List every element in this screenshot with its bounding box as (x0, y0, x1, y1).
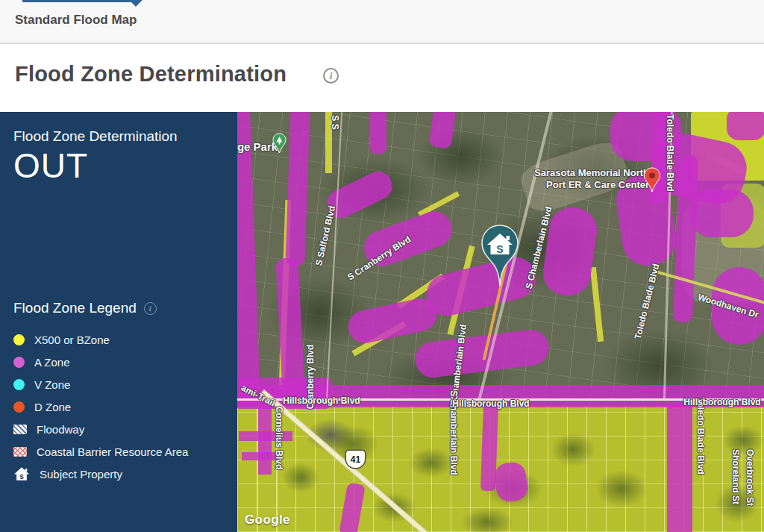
street-label-hillsborough-2: Hillsborough Blvd (452, 398, 529, 409)
street-label-cornelius: Cornelius Blvd (274, 407, 284, 470)
info-icon[interactable]: i (323, 68, 339, 84)
legend-item-a-zone: A Zone (13, 351, 224, 373)
flood-zone-legend: X500 or BZone A Zone V Zone D Zone Flood… (13, 328, 224, 485)
a-zone-dot (13, 357, 25, 368)
subject-pin-glyph: S (496, 243, 503, 255)
x500-zone-dot (13, 334, 25, 345)
v-zone-dot (13, 379, 25, 390)
hospital-label: Sarasota Memorial North Port ER & Care C… (530, 167, 649, 192)
title-band: Flood Zone Determination i (0, 44, 764, 112)
a-zone-overlay (727, 112, 764, 140)
page-title: Flood Zone Determination (15, 62, 286, 87)
hospital-label-line1: Sarasota Memorial North (530, 167, 649, 179)
street-label-overbrook: Overbrook St (745, 449, 755, 506)
house-dollar-icon: $ (13, 466, 30, 481)
legend-label: Subject Property (40, 468, 122, 481)
legend-label: Coastal Barrier Resource Area (37, 445, 188, 458)
legend-item-d-zone: D Zone (13, 395, 224, 418)
vegetation-patch (461, 507, 513, 532)
vegetation-patch (409, 448, 454, 478)
dollar-glyph: $ (19, 473, 23, 481)
legend-header: Flood Zone Legend i (13, 300, 224, 316)
flood-determination-panel: Flood Zone Determination OUT Flood Zone … (0, 112, 237, 532)
legend-item-floodway: Floodway (13, 418, 224, 440)
street-label-hillsborough-3: Hillsborough Blvd (683, 397, 760, 407)
d-zone-dot (13, 401, 25, 413)
breadcrumb[interactable]: Standard Flood Map (15, 13, 137, 28)
park-label: ge Park (237, 140, 278, 153)
a-zone-overlay (239, 431, 292, 441)
hospital-pin[interactable] (643, 167, 661, 195)
legend-title: Flood Zone Legend (13, 300, 137, 316)
legend-label: V Zone (34, 378, 70, 391)
legend-label: D Zone (34, 401, 71, 413)
a-zone-overlay (689, 190, 754, 237)
caret-down-icon (129, 0, 143, 7)
active-tab-underline (22, 0, 131, 2)
legend-info-icon[interactable]: i (144, 302, 157, 315)
route-41-shield: 41 (346, 451, 365, 468)
legend-item-subject-property: $ Subject Property (13, 463, 224, 485)
park-pin[interactable] (272, 133, 286, 157)
street-label-toledo-3: Toledo Blade Blvd (695, 397, 706, 475)
google-attribution[interactable]: Google (245, 513, 290, 528)
coastal-barrier-hatch-swatch (13, 447, 27, 457)
legend-label: X500 or BZone (34, 334, 110, 346)
flood-map[interactable]: ge Park S S S Salford Blvd S Cranberry B… (237, 112, 764, 532)
hospital-label-line2: Port ER & Care Center (530, 179, 649, 191)
route-41-label: 41 (351, 454, 360, 465)
subject-property-pin[interactable]: S (480, 224, 520, 291)
street-label-hillsborough-1: Hillsborough Blvd (283, 395, 360, 406)
vegetation-patch (551, 433, 595, 466)
vegetation-patch (722, 425, 764, 455)
legend-item-coastal-barrier: Coastal Barrier Resource Area (13, 440, 224, 463)
determination-label: Flood Zone Determination (13, 128, 224, 145)
determination-value: OUT (13, 148, 224, 184)
a-zone-overlay (370, 112, 386, 154)
legend-item-v-zone: V Zone (13, 373, 224, 395)
legend-item-x500: X500 or BZone (13, 328, 224, 351)
vegetation-patch (595, 470, 648, 507)
top-bar: Standard Flood Map (0, 0, 764, 44)
street-label-salford-partial: S S (330, 115, 340, 129)
legend-label: Floodway (37, 423, 84, 436)
flood-map-page: Standard Flood Map Flood Zone Determinat… (0, 0, 764, 532)
street-label-toledo-1: Toledo Blade Blvd (665, 114, 675, 192)
a-zone-overlay (667, 404, 692, 532)
legend-label: A Zone (34, 356, 70, 369)
floodway-hatch-swatch (13, 425, 27, 434)
street-label-shoreland: Shoreland St (730, 449, 741, 504)
vegetation-patch (282, 463, 319, 492)
main-content: Flood Zone Determination OUT Flood Zone … (0, 112, 764, 532)
